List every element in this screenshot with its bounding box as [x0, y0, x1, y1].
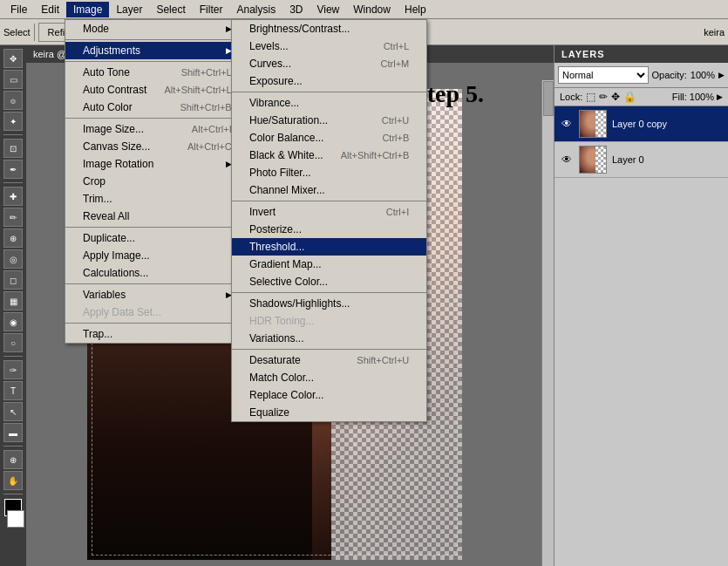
fill-label: Fill:: [672, 92, 687, 102]
adj-channel-mixer[interactable]: Channel Mixer...: [232, 181, 426, 199]
menu-item-auto-color[interactable]: Auto Color Shift+Ctrl+B: [65, 99, 249, 116]
tool-pen[interactable]: ✑: [3, 360, 23, 379]
layer-eye-1[interactable]: 👁: [560, 153, 574, 167]
layers-lock-row: Lock: ⬚ ✏ ✥ 🔒 Fill: 100% ▶: [555, 88, 728, 106]
tool-path-select[interactable]: ↖: [3, 402, 23, 421]
menu-item-crop[interactable]: Crop: [65, 173, 249, 190]
menu-item-canvas-size[interactable]: Canvas Size... Alt+Ctrl+C: [65, 138, 249, 155]
adj-equalize[interactable]: Equalize: [232, 404, 426, 421]
opacity-value: 100%: [691, 70, 715, 80]
tool-eraser[interactable]: ◻: [3, 270, 23, 290]
menu-item-reveal-all[interactable]: Reveal All: [65, 208, 249, 225]
tool-brush[interactable]: ✏: [3, 208, 23, 227]
tool-gradient[interactable]: ▦: [3, 291, 23, 310]
layers-controls: Normal Opacity: 100% ▶: [555, 63, 728, 88]
adj-black-white[interactable]: Black & White... Alt+Shift+Ctrl+B: [232, 147, 426, 164]
menu-help[interactable]: Help: [398, 2, 433, 17]
menu-file[interactable]: File: [3, 2, 34, 17]
menu-item-duplicate[interactable]: Duplicate...: [65, 229, 249, 247]
tool-crop[interactable]: ⊡: [3, 139, 23, 158]
adj-desaturate[interactable]: Desaturate Shift+Ctrl+U: [232, 351, 426, 369]
menu-item-mode[interactable]: Mode: [65, 20, 249, 38]
image-menu-popup: Mode Adjustments Auto Tone Shift+Ctrl+L …: [65, 19, 250, 344]
tool-shape[interactable]: ▬: [3, 423, 23, 442]
layer-name-0: Layer 0 copy: [612, 119, 723, 129]
tool-zoom[interactable]: ⊕: [3, 450, 23, 469]
menu-analysis[interactable]: Analysis: [229, 2, 282, 17]
adj-replace-color[interactable]: Replace Color...: [232, 386, 426, 404]
layer-item-0[interactable]: 👁 Layer 0 copy: [555, 106, 728, 142]
lock-paint-icon[interactable]: ✏: [599, 91, 608, 103]
lock-move-icon[interactable]: ✥: [611, 91, 620, 103]
menu-window[interactable]: Window: [346, 2, 398, 17]
menu-image[interactable]: Image: [66, 2, 109, 17]
tool-blur[interactable]: ◉: [3, 312, 23, 331]
adj-hdr-toning[interactable]: HDR Toning...: [232, 312, 426, 330]
menu-item-apply-image[interactable]: Apply Image...: [65, 247, 249, 264]
adj-invert[interactable]: Invert Ctrl+I: [232, 203, 426, 221]
tool-move[interactable]: ✥: [3, 49, 23, 68]
tool-heal[interactable]: ✚: [3, 187, 23, 206]
adj-variations[interactable]: Variations...: [232, 330, 426, 347]
vertical-scrollbar[interactable]: [541, 80, 554, 566]
layers-panel: LAYERS Normal Opacity: 100% ▶ Lock: ⬚ ✏ …: [554, 45, 728, 566]
menu-item-variables[interactable]: Variables: [65, 286, 249, 303]
adj-vibrance[interactable]: Vibrance...: [232, 94, 426, 112]
lock-transparent-icon[interactable]: ⬚: [586, 91, 595, 103]
tool-history[interactable]: ◎: [3, 249, 23, 269]
menu-item-trap[interactable]: Trap...: [65, 325, 249, 343]
opacity-label: Opacity:: [652, 70, 687, 80]
adj-curves[interactable]: Curves... Ctrl+M: [232, 55, 426, 72]
lock-label: Lock:: [560, 92, 582, 102]
adj-color-balance[interactable]: Color Balance... Ctrl+B: [232, 129, 426, 147]
menu-select[interactable]: Select: [149, 2, 192, 17]
layer-item-1[interactable]: 👁 Layer 0: [555, 142, 728, 178]
toolbox: ✥ ▭ ⌾ ✦ ⊡ ✒ ✚ ✏ ⊕ ◎ ◻ ▦ ◉ ○ ✑ T ↖ ▬ ⊕ ✋: [0, 45, 26, 566]
layer-eye-0[interactable]: 👁: [560, 117, 574, 131]
menu-edit[interactable]: Edit: [34, 2, 66, 17]
fill-arrow[interactable]: ▶: [717, 92, 723, 101]
menu-item-image-rotation[interactable]: Image Rotation: [65, 155, 249, 173]
menu-item-auto-tone[interactable]: Auto Tone Shift+Ctrl+L: [65, 64, 249, 81]
adj-shadows-highlights[interactable]: Shadows/Highlights...: [232, 295, 426, 312]
adj-selective-color[interactable]: Selective Color...: [232, 273, 426, 290]
tool-lasso[interactable]: ⌾: [3, 91, 23, 110]
adj-brightness-contrast[interactable]: Brightness/Contrast...: [232, 20, 426, 38]
layer-thumbnail-0: [579, 110, 607, 138]
menu-filter[interactable]: Filter: [193, 2, 230, 17]
tool-wand[interactable]: ✦: [3, 112, 23, 131]
tool-marquee[interactable]: ▭: [3, 70, 23, 89]
menu-item-calculations[interactable]: Calculations...: [65, 264, 249, 282]
menu-item-adjustments[interactable]: Adjustments: [65, 42, 249, 59]
fill-value: 100%: [690, 92, 714, 102]
scrollbar-thumb[interactable]: [543, 81, 554, 116]
adj-levels[interactable]: Levels... Ctrl+L: [232, 38, 426, 55]
adj-hue-saturation[interactable]: Hue/Saturation... Ctrl+U: [232, 112, 426, 129]
layer-thumbnail-1: [579, 146, 607, 174]
menu-view[interactable]: View: [310, 2, 346, 17]
tool-clone[interactable]: ⊕: [3, 228, 23, 248]
lock-all-icon[interactable]: 🔒: [623, 91, 636, 103]
menubar: File Edit Image Layer Select Filter Anal…: [0, 0, 728, 19]
adj-match-color[interactable]: Match Color...: [232, 369, 426, 386]
adj-exposure[interactable]: Exposure...: [232, 72, 426, 90]
menu-layer[interactable]: Layer: [109, 2, 149, 17]
menu-item-trim[interactable]: Trim...: [65, 190, 249, 208]
background-color[interactable]: [7, 510, 24, 528]
toolbar-select-label: Select: [3, 27, 31, 38]
menu-3d[interactable]: 3D: [282, 2, 310, 17]
adj-photo-filter[interactable]: Photo Filter...: [232, 164, 426, 181]
tool-hand[interactable]: ✋: [3, 471, 23, 490]
adj-threshold[interactable]: Threshold...: [232, 238, 426, 256]
opacity-arrow[interactable]: ▶: [718, 71, 725, 79]
tool-eyedropper[interactable]: ✒: [3, 160, 23, 179]
blend-mode-select[interactable]: Normal: [558, 66, 649, 84]
layer-name-1: Layer 0: [612, 154, 723, 165]
adj-gradient-map[interactable]: Gradient Map...: [232, 256, 426, 273]
menu-item-image-size[interactable]: Image Size... Alt+Ctrl+I: [65, 120, 249, 138]
tool-type[interactable]: T: [3, 381, 23, 400]
adj-posterize[interactable]: Posterize...: [232, 221, 426, 238]
menu-item-apply-data-set[interactable]: Apply Data Set...: [65, 303, 249, 321]
menu-item-auto-contrast[interactable]: Auto Contrast Alt+Shift+Ctrl+L: [65, 81, 249, 99]
tool-dodge[interactable]: ○: [3, 333, 23, 352]
